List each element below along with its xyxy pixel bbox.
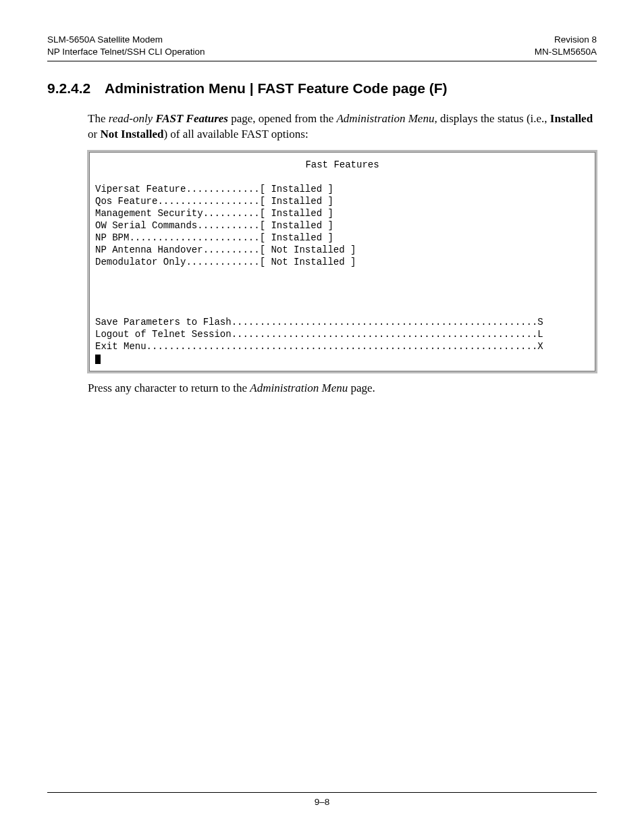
outro-paragraph: Press any character to return to the Adm… [88, 381, 597, 396]
terminal-action-line: Logout of Telnet Session................… [95, 329, 543, 340]
section-heading: 9.2.4.2Administration Menu | FAST Featur… [47, 80, 597, 97]
header-subtitle: NP Interface Telnet/SSH CLI Operation [47, 46, 205, 58]
header-left: SLM-5650A Satellite Modem NP Interface T… [47, 34, 205, 58]
intro-t1: The [88, 112, 109, 125]
intro-t11: ) of all available FAST options: [163, 128, 308, 140]
terminal-action-line: Save Parameters to Flash................… [95, 317, 543, 328]
terminal-action-line: Exit Menu...............................… [95, 341, 543, 352]
footer-rule [47, 792, 597, 793]
section-title: Administration Menu | FAST Feature Code … [105, 80, 448, 96]
terminal-title: Fast Features [95, 159, 589, 172]
intro-not-installed: Not Installed [100, 128, 163, 140]
page-footer: 9–8 [47, 792, 597, 807]
terminal-feature-line: NP Antenna Handover..........[ Not Insta… [95, 244, 356, 255]
intro-t7: displays the status (i.e., [437, 112, 550, 125]
page-header: SLM-5650A Satellite Modem NP Interface T… [47, 34, 597, 58]
outro-t1: Press any character to return to the [88, 382, 250, 394]
terminal-feature-line: NP BPM.......................[ Installed… [95, 232, 333, 243]
terminal-feature-line: Management Security..........[ Installed… [95, 208, 333, 219]
terminal-feature-line: Qos Feature..................[ Installed… [95, 196, 333, 207]
intro-t5: page, opened from the [228, 112, 337, 125]
section-number: 9.2.4.2 [47, 80, 105, 97]
cursor-icon [95, 355, 101, 364]
terminal-feature-line: OW Serial Commands...........[ Installed… [95, 220, 333, 231]
intro-t9: or [88, 128, 100, 140]
outro-t3: page. [348, 382, 375, 394]
header-docnum: MN-SLM5650A [535, 46, 597, 58]
page-number: 9–8 [315, 797, 330, 807]
terminal-output: Fast Features Vipersat Feature..........… [89, 152, 595, 371]
intro-installed: Installed [550, 112, 593, 125]
header-rule [47, 61, 597, 61]
terminal-feature-line: Demodulator Only.............[ Not Insta… [95, 257, 356, 267]
page: SLM-5650A Satellite Modem NP Interface T… [0, 0, 644, 834]
intro-paragraph: The read-only FAST Features page, opened… [88, 111, 597, 142]
intro-admin-menu: Administration Menu, [336, 112, 437, 125]
terminal-feature-line: Vipersat Feature.............[ Installed… [95, 184, 333, 194]
intro-fast-features: FAST Features [155, 112, 228, 125]
header-revision: Revision 8 [535, 34, 597, 46]
outro-admin-menu: Administration Menu [250, 382, 348, 394]
header-product: SLM-5650A Satellite Modem [47, 34, 205, 46]
header-right: Revision 8 MN-SLM5650A [535, 34, 597, 58]
intro-readonly: read-only [109, 112, 153, 125]
terminal-wrap: Fast Features Vipersat Feature..........… [89, 152, 595, 371]
